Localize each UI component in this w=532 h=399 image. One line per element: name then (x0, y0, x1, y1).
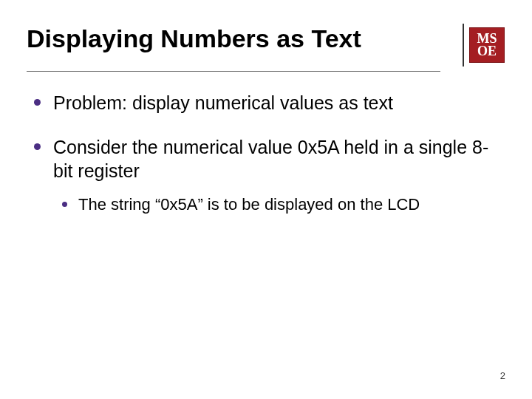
bullet-text: Problem: display numerical values as tex… (53, 92, 393, 113)
bullet-list: Problem: display numerical values as tex… (27, 91, 505, 216)
logo-wrap: MS OE (463, 24, 505, 66)
msoe-logo-icon: MS OE (469, 27, 505, 63)
sub-bullet-item: The string “0x5A” is to be displayed on … (59, 194, 505, 216)
slide-title: Displaying Numbers as Text (27, 24, 361, 54)
sub-bullet-text: The string “0x5A” is to be displayed on … (78, 195, 420, 214)
page-number: 2 (500, 370, 505, 381)
sub-bullet-list: The string “0x5A” is to be displayed on … (53, 194, 505, 216)
title-underline (27, 71, 440, 72)
bullet-text: Consider the numerical value 0x5A held i… (53, 137, 488, 181)
logo-line2: OE (477, 45, 497, 58)
slide: Displaying Numbers as Text MS OE Problem… (0, 0, 532, 399)
bullet-item: Consider the numerical value 0x5A held i… (31, 135, 505, 216)
bullet-item: Problem: display numerical values as tex… (31, 91, 505, 115)
header-row: Displaying Numbers as Text MS OE (27, 24, 505, 66)
